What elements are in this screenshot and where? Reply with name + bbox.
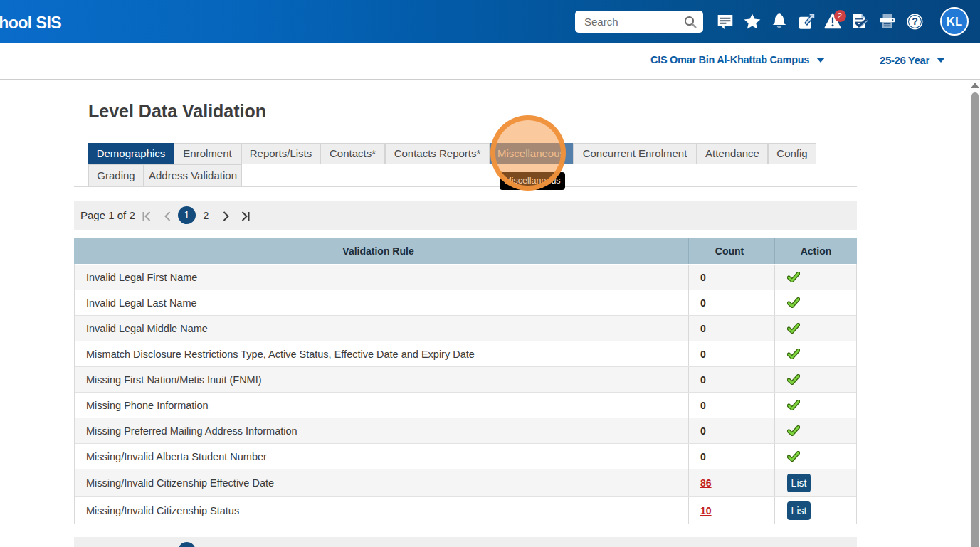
svg-text:?: ? [912, 16, 918, 27]
